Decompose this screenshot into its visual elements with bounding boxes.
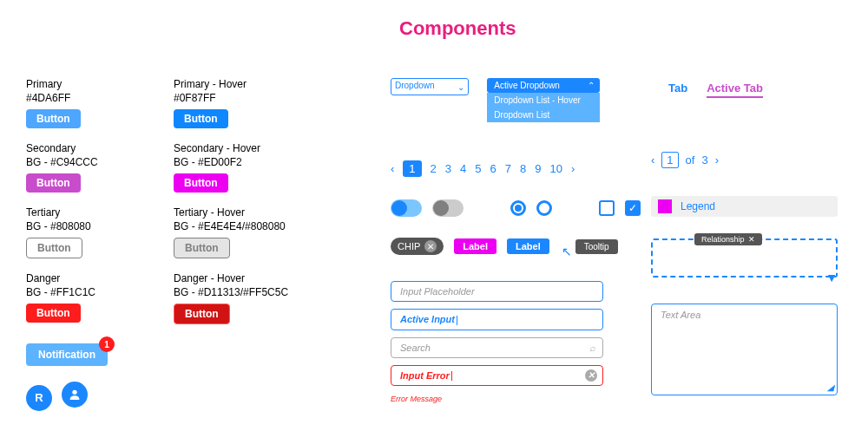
page-1[interactable]: 1 [403, 160, 421, 177]
relationship-label: Relationship [701, 235, 745, 244]
dropdown-active-label: Active Dropdown [494, 81, 560, 90]
page-4[interactable]: 4 [460, 162, 466, 175]
avatar-icon[interactable] [62, 382, 88, 408]
page-current[interactable]: 1 [661, 152, 678, 168]
legend-swatch [658, 199, 672, 213]
person-icon [68, 388, 82, 402]
primary-hover-name: Primary - Hover [174, 78, 321, 90]
relationship-box: Relationship ✕ ▼ [651, 238, 838, 278]
page-next-icon[interactable]: › [715, 153, 719, 166]
avatar-letter[interactable]: R [26, 385, 52, 411]
checkbox-checked[interactable]: ✓ [625, 200, 641, 216]
pagination: ‹ 1 2 3 4 5 6 7 8 9 10 › [391, 160, 851, 177]
search-placeholder: Search [400, 343, 431, 353]
tertiary-button[interactable]: Button [26, 238, 82, 258]
close-icon[interactable]: ✕ [748, 235, 755, 244]
label-pink: Label [454, 238, 496, 254]
dropdown-list: Dropdown List - Hover Dropdown List [487, 93, 600, 122]
resize-handle-icon[interactable]: ◢ [827, 382, 834, 392]
text-cursor [451, 371, 452, 381]
tertiary-name: Tertiary [26, 206, 165, 219]
input-active-text: Active Input [400, 314, 455, 324]
danger-code: BG - #FF1C1C [26, 286, 165, 298]
chevron-up-icon: ⌃ [588, 81, 595, 90]
dropdown-item-hover[interactable]: Dropdown List - Hover [487, 93, 600, 108]
close-icon[interactable]: ✕ [424, 240, 437, 252]
input-error[interactable]: Input Error ✕ [391, 365, 603, 387]
dropdown-item[interactable]: Dropdown List [487, 108, 600, 122]
page-8[interactable]: 8 [520, 162, 526, 175]
toggle-on[interactable] [391, 199, 422, 217]
chevron-down-icon: ⌄ [457, 82, 464, 92]
primary-code: #4DA6FF [26, 92, 165, 104]
secondary-hover-button[interactable]: Button [174, 173, 228, 193]
danger-hover-button[interactable]: Button [174, 304, 230, 324]
legend-row: Legend [651, 196, 838, 217]
tertiary-code: BG - #808080 [26, 220, 165, 232]
primary-name: Primary [26, 78, 165, 90]
dropdown-active-head[interactable]: Active Dropdown ⌃ [487, 78, 600, 93]
input-search[interactable]: Search ⌕ [391, 337, 603, 358]
primary-hover-code: #0F87FF [174, 92, 321, 104]
error-message: Error Message [391, 395, 603, 403]
secondary-code: BG - #C94CCC [26, 156, 165, 168]
textarea-placeholder: Text Area [661, 310, 700, 320]
relationship-chip[interactable]: Relationship ✕ [694, 233, 762, 245]
secondary-button[interactable]: Button [26, 173, 81, 193]
svg-point-0 [73, 390, 77, 395]
label-blue: Label [507, 238, 549, 254]
search-icon: ⌕ [589, 343, 595, 353]
page-9[interactable]: 9 [535, 162, 541, 175]
tertiary-hover-button[interactable]: Button [174, 238, 230, 258]
dropdown-label: Dropdown [395, 81, 435, 90]
tooltip: ↖ Tooltip [575, 239, 618, 254]
page-3[interactable]: 3 [445, 162, 451, 175]
notification-pill[interactable]: Notification 1 [26, 343, 108, 366]
page-10[interactable]: 10 [549, 162, 562, 175]
tertiary-hover-name: Tertiary - Hover [174, 206, 321, 219]
input-placeholder[interactable]: Input Placeholder [391, 281, 603, 302]
textarea[interactable]: Text Area ◢ [651, 304, 838, 395]
danger-name: Danger [26, 272, 165, 284]
input-error-text: Input Error [400, 370, 450, 381]
radio-selected[interactable] [510, 200, 526, 216]
arrow-down-icon: ▼ [825, 271, 838, 284]
page-total: 3 [701, 153, 707, 166]
primary-button[interactable]: Button [26, 109, 81, 128]
secondary-hover-name: Secondary - Hover [174, 142, 321, 154]
notification-badge: 1 [99, 336, 115, 352]
checkbox-unchecked[interactable] [599, 200, 615, 216]
toggle-off[interactable] [432, 199, 464, 217]
danger-hover-code: BG - #D11313/#FF5C5C [174, 286, 321, 298]
chip-label: CHIP [398, 241, 420, 251]
secondary-hover-code: BG - #ED00F2 [174, 156, 321, 168]
primary-hover-button[interactable]: Button [174, 109, 228, 128]
tooltip-text: Tooltip [584, 242, 609, 251]
input-active[interactable]: Active Input [391, 309, 603, 330]
chip[interactable]: CHIP ✕ [391, 238, 444, 255]
page-prev-icon[interactable]: ‹ [391, 162, 394, 175]
text-cursor [457, 316, 457, 325]
clear-icon[interactable]: ✕ [585, 369, 597, 382]
legend-label: Legend [681, 200, 715, 212]
page-2[interactable]: 2 [431, 162, 437, 175]
page-prev-icon[interactable]: ‹ [651, 153, 654, 166]
secondary-name: Secondary [26, 142, 165, 154]
page-5[interactable]: 5 [475, 162, 481, 175]
danger-hover-name: Danger - Hover [174, 272, 321, 284]
pagination-compact: ‹ 1 of 3 › [651, 152, 719, 168]
page-of: of [686, 153, 695, 166]
page-7[interactable]: 7 [505, 162, 511, 175]
cursor-icon: ↖ [562, 245, 572, 258]
danger-button[interactable]: Button [26, 304, 81, 323]
page-title: Components [399, 17, 516, 40]
radio-unselected[interactable] [536, 200, 552, 216]
tertiary-hover-code: BG - #E4E4E4/#808080 [174, 220, 321, 232]
page-6[interactable]: 6 [490, 162, 496, 175]
notification-label: Notification [38, 349, 95, 361]
dropdown-closed[interactable]: Dropdown ⌄ [391, 78, 469, 95]
page-next-icon[interactable]: › [571, 162, 575, 175]
